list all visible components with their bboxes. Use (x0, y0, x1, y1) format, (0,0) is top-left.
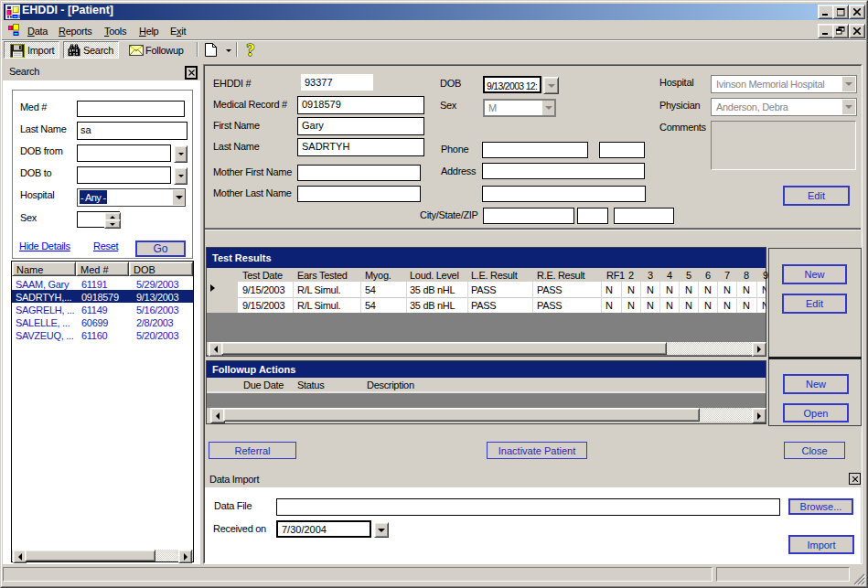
svg-text:?: ? (246, 42, 255, 59)
